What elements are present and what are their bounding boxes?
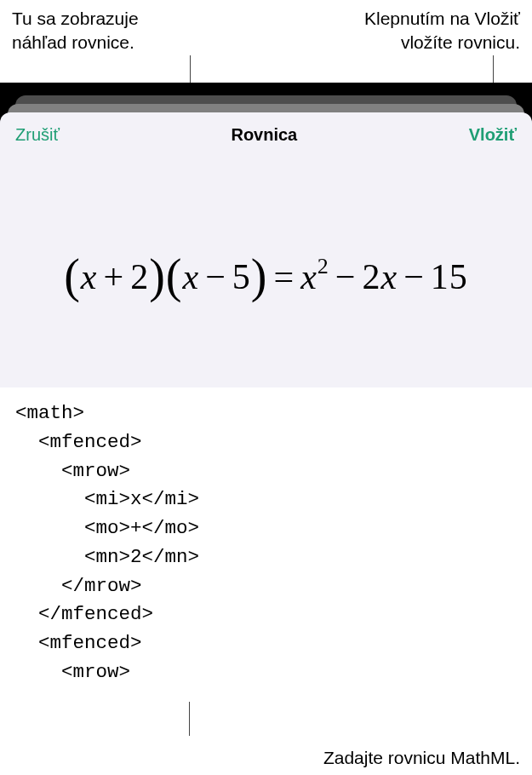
equation-sheet: Zrušiť Rovnica Vložiť (x+2)(x−5)=x2−2x−1… <box>0 112 532 726</box>
callout-insert-line1: Klepnutím na Vložiť <box>364 7 520 31</box>
callout-leader-input <box>189 702 190 736</box>
rendered-equation: (x+2)(x−5)=x2−2x−15 <box>64 245 468 300</box>
callout-preview-line1: Tu sa zobrazuje <box>12 7 139 31</box>
equation-preview: (x+2)(x−5)=x2−2x−15 <box>0 158 532 388</box>
device-frame: Zrušiť Rovnica Vložiť (x+2)(x−5)=x2−2x−1… <box>0 83 532 726</box>
sheet-header: Zrušiť Rovnica Vložiť <box>0 112 532 158</box>
cancel-button[interactable]: Zrušiť <box>15 125 60 145</box>
callout-input: Zadajte rovnicu MathML. <box>323 748 520 768</box>
mathml-input[interactable]: <math> <mfenced> <mrow> <mi>x</mi> <mo>+… <box>0 388 532 726</box>
insert-button[interactable]: Vložiť <box>469 125 517 145</box>
callout-preview-line2: náhľad rovnice. <box>12 31 139 55</box>
callout-insert: Klepnutím na Vložiť vložíte rovnicu. <box>364 7 520 55</box>
callout-insert-line2: vložíte rovnicu. <box>364 31 520 55</box>
callout-preview: Tu sa zobrazuje náhľad rovnice. <box>12 7 139 55</box>
callout-row: Tu sa zobrazuje náhľad rovnice. Klepnutí… <box>0 0 532 55</box>
sheet-title: Rovnica <box>231 125 297 145</box>
